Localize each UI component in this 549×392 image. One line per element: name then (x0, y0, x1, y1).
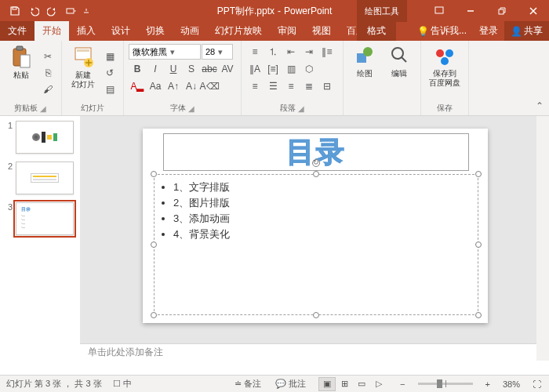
grow-font-button[interactable]: A↑ (165, 78, 182, 94)
tab-transitions[interactable]: 切换 (138, 21, 173, 41)
qat-customize-icon[interactable] (82, 2, 91, 20)
qat-save-icon[interactable] (6, 2, 24, 20)
list-item[interactable]: 2、图片排版 (173, 195, 467, 211)
clear-format-button[interactable]: A⌫ (201, 78, 218, 94)
smartart-button[interactable]: ⬡ (300, 61, 318, 77)
bullets-button[interactable]: ≡ (246, 44, 264, 60)
align-left-button[interactable]: ≡ (246, 78, 264, 94)
tab-home[interactable]: 开始 (35, 21, 69, 41)
content-list[interactable]: 1、文字排版 2、图片排版 3、添加动画 4、背景美化 (155, 175, 478, 247)
slide-counter[interactable]: 幻灯片 第 3 张 ， 共 3 张 (6, 378, 102, 390)
cut-icon[interactable]: ✂ (39, 49, 56, 64)
resize-handle[interactable] (475, 312, 482, 318)
justify-button[interactable]: ≣ (300, 78, 318, 94)
notes-pane[interactable]: 单击此处添加备注 (80, 343, 549, 361)
chevron-down-icon[interactable]: ▾ (218, 47, 223, 57)
layout-icon[interactable]: ▦ (101, 49, 118, 64)
resize-handle[interactable] (151, 171, 157, 177)
list-item[interactable]: 4、背景美化 (173, 227, 467, 242)
increase-indent-button[interactable]: ⇥ (300, 44, 318, 60)
reading-view-icon[interactable]: ▭ (353, 377, 370, 391)
collapse-ribbon-icon[interactable]: ⌃ (533, 100, 546, 112)
section-icon[interactable]: ▤ (101, 82, 118, 97)
thumb-3[interactable]: 目录 ·—·—·—·— (16, 202, 74, 235)
thumb-1-row[interactable]: 1 (3, 121, 77, 154)
qat-redo-icon[interactable] (44, 2, 61, 20)
tab-design[interactable]: 设计 (104, 21, 138, 41)
numbering-button[interactable]: ⒈ (264, 44, 282, 60)
thumb-2[interactable] (16, 162, 74, 194)
align-right-button[interactable]: ≡ (282, 78, 300, 94)
zoom-thumb[interactable] (437, 379, 442, 388)
restore-icon[interactable] (486, 0, 518, 22)
vertical-scrollbar[interactable] (536, 116, 549, 361)
line-spacing-button[interactable]: ‖≡ (318, 44, 336, 60)
comments-toggle[interactable]: 💬 批注 (274, 378, 307, 390)
dialog-launcher-icon[interactable]: ◢ (187, 104, 195, 112)
sorter-view-icon[interactable]: ⊞ (336, 377, 353, 391)
resize-handle[interactable] (151, 312, 157, 318)
slide-editor[interactable]: 目录 1、文字排版 2、图片排版 3、添加动画 4、背景美化 (80, 116, 549, 361)
list-item[interactable]: 3、添加动画 (173, 211, 467, 227)
columns-button[interactable]: ▥ (282, 61, 300, 77)
tab-insert[interactable]: 插入 (69, 21, 104, 41)
new-slide-button[interactable]: 新建 幻灯片 (67, 44, 100, 101)
resize-handle[interactable] (475, 241, 482, 248)
align-center-button[interactable]: ☰ (264, 78, 282, 94)
zoom-in-button[interactable]: + (484, 379, 492, 389)
ribbon-options-icon[interactable] (424, 0, 455, 22)
resize-handle[interactable] (313, 171, 319, 177)
editing-button[interactable]: 编辑 (383, 44, 416, 112)
normal-view-icon[interactable]: ▣ (318, 377, 336, 391)
distribute-button[interactable]: ⊟ (318, 78, 336, 94)
save-to-baidu-button[interactable]: 保存到 百度网盘 (426, 44, 464, 101)
fit-to-window-icon[interactable]: ⛶ (531, 379, 543, 389)
resize-handle[interactable] (475, 171, 482, 177)
italic-button[interactable]: I (147, 61, 164, 77)
current-slide[interactable]: 目录 1、文字排版 2、图片排版 3、添加动画 4、背景美化 (143, 129, 488, 323)
close-icon[interactable] (518, 0, 549, 22)
char-spacing-button[interactable]: AV (219, 61, 236, 77)
font-color-button[interactable]: A▂ (129, 78, 146, 94)
thumb-1[interactable] (16, 121, 74, 154)
underline-button[interactable]: U (165, 61, 182, 77)
resize-handle[interactable] (151, 241, 157, 248)
tab-review[interactable]: 审阅 (270, 21, 304, 41)
content-placeholder[interactable]: 1、文字排版 2、图片排版 3、添加动画 4、背景美化 (154, 174, 478, 315)
zoom-percent[interactable]: 38% (503, 379, 520, 389)
resize-handle[interactable] (313, 312, 319, 318)
zoom-slider[interactable] (418, 383, 473, 385)
dialog-launcher-icon[interactable]: ◢ (39, 104, 47, 112)
paste-button[interactable]: 粘贴 (5, 44, 38, 101)
bold-button[interactable]: B (129, 61, 146, 77)
chevron-down-icon[interactable]: ▾ (170, 47, 175, 57)
drawing-button[interactable]: 绘图 (348, 44, 381, 112)
change-case-button[interactable]: Aa (147, 78, 164, 94)
minimize-icon[interactable] (455, 0, 486, 22)
qat-undo-icon[interactable] (25, 2, 42, 20)
tab-file[interactable]: 文件 (0, 21, 35, 41)
zoom-out-button[interactable]: − (398, 379, 406, 389)
font-size-combo[interactable]: 28▾ (202, 44, 233, 60)
notes-toggle[interactable]: ≐ 备注 (233, 378, 263, 390)
share-button[interactable]: 👤共享 (504, 21, 549, 41)
rotate-handle-icon[interactable] (312, 159, 320, 167)
dialog-launcher-icon[interactable]: ◢ (297, 104, 305, 112)
strike-button[interactable]: abc (201, 61, 218, 77)
thumb-3-row[interactable]: 3 目录 ·—·—·—·— (3, 202, 77, 235)
slide-thumbnails-panel[interactable]: 1 2 3 目录 ·—·—·—·— (0, 116, 80, 361)
list-item[interactable]: 1、文字排版 (173, 180, 467, 195)
shrink-font-button[interactable]: A↓ (183, 78, 200, 94)
font-name-combo[interactable]: 微软雅黑▾ (129, 44, 201, 60)
align-text-button[interactable]: [≡] (264, 61, 282, 77)
copy-icon[interactable]: ⎘ (39, 65, 56, 81)
shadow-button[interactable]: S (183, 61, 200, 77)
format-painter-icon[interactable]: 🖌 (39, 82, 56, 97)
qat-startfrombeginning-icon[interactable] (63, 2, 80, 20)
language-indicator[interactable]: ☐ 中 (113, 378, 132, 390)
slideshow-view-icon[interactable]: ▷ (370, 377, 387, 391)
tell-me[interactable]: 💡告诉我... (411, 21, 473, 41)
tab-view[interactable]: 视图 (304, 21, 339, 41)
decrease-indent-button[interactable]: ⇤ (282, 44, 300, 60)
tab-format[interactable]: 格式 (357, 21, 396, 41)
